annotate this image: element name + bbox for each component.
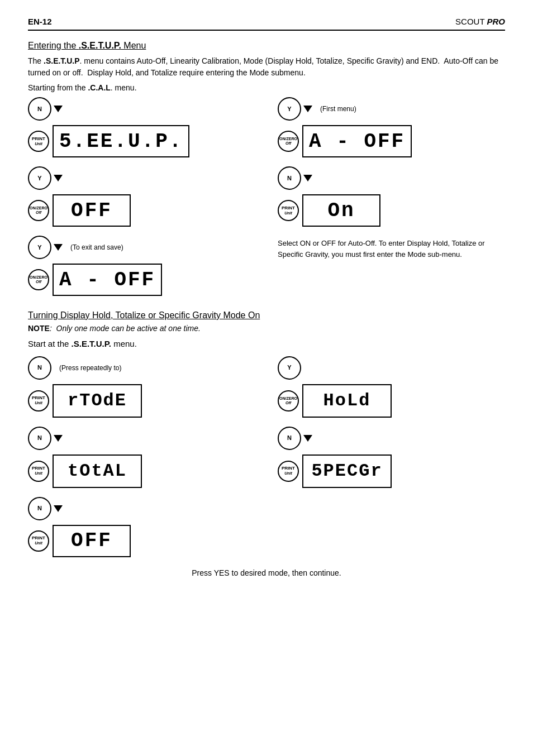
arrow-down-4: [303, 175, 312, 181]
step-y-hold: Y: [278, 356, 505, 380]
btn-n-3[interactable]: N: [28, 356, 51, 380]
step-print-mode: PRINT Unit rTOdE: [28, 384, 255, 418]
step-n-mode: N (Press repeatedly to): [28, 356, 255, 380]
page-header: EN-12 SCOUT PRO: [28, 17, 505, 31]
display-on: On: [302, 194, 380, 227]
col-off2: N PRINT Unit OFF: [28, 497, 255, 562]
display-hold: HoLd: [302, 384, 392, 418]
col-total: N PRINT Unit tOtAL: [28, 427, 255, 492]
display-aoff2: A - OFF: [53, 264, 162, 296]
arrow-down-7: [303, 435, 312, 442]
btn-onzero-3[interactable]: ON/ZERO Off: [28, 269, 49, 290]
display-mode: rTOdE: [53, 384, 142, 418]
col-right-aoff1: Y (First menu) ON/ZERO Off A - OFF: [278, 97, 505, 162]
step-n-total: N: [28, 427, 255, 450]
col-right-on: N PRINT Unit On: [278, 166, 505, 231]
step-n-on: N: [278, 166, 505, 190]
product-name: SCOUT PRO: [455, 17, 505, 26]
press-note: (Press repeatedly to): [59, 364, 121, 372]
arrow-down-5: [54, 244, 63, 251]
btn-n-5[interactable]: N: [278, 427, 301, 450]
btn-onzero-1[interactable]: ON/ZERO Off: [278, 131, 299, 152]
section-setup: Entering the .S.E.T.U.P. Menu The .S.E.T…: [28, 41, 505, 300]
row2: Y ON/ZERO Off OFF N: [28, 166, 505, 231]
btn-print-6[interactable]: PRINT Unit: [28, 530, 49, 552]
arrow-down-2: [303, 106, 312, 112]
step-onzero-aoff2: ON/ZERO Off A - OFF: [28, 264, 255, 296]
col-mode: N (Press repeatedly to) PRINT Unit rTOdE: [28, 356, 255, 422]
section-title: Entering the .S.E.T.U.P. Menu: [28, 41, 505, 51]
arrow-down-6: [54, 435, 63, 442]
arrow-down-8: [54, 505, 63, 512]
step-y-off: Y: [28, 166, 255, 190]
btn-print-4[interactable]: PRINT Unit: [28, 461, 49, 482]
section2-start: Start at the .S.E.T.U.P. menu.: [28, 338, 505, 351]
display-specgr: 5PECGr: [302, 454, 392, 488]
btn-onzero-2[interactable]: ON/ZERO Off: [28, 200, 49, 221]
step-y-exit: Y (To exit and save): [28, 236, 255, 259]
section2-note: NOTE: Only one mode can be active at one…: [28, 323, 505, 334]
step-print-total: PRINT Unit tOtAL: [28, 454, 255, 488]
row-off2: N PRINT Unit OFF: [28, 497, 505, 562]
n-btn-wrap: N: [28, 97, 63, 121]
display-aoff1: A - OFF: [302, 125, 412, 157]
section-para1: The .S.E.T.U.P. menu contains Auto-Off, …: [28, 55, 505, 79]
step-n-off2: N: [28, 497, 255, 520]
step-y-aoff: Y (First menu): [278, 97, 505, 121]
arrow-down-1: [54, 106, 63, 112]
display-setup: 5.EE.U.P.: [53, 125, 189, 157]
step-n-setup: N: [28, 97, 255, 121]
step-print-setup: PRINT Unit 5.EE.U.P.: [28, 125, 255, 157]
row-mode-hold: N (Press repeatedly to) PRINT Unit rTOdE…: [28, 356, 505, 422]
step-onzero-off: ON/ZERO Off OFF: [28, 194, 255, 227]
display-off: OFF: [53, 194, 131, 227]
col-specgr: N PRINT Unit 5PECGr: [278, 427, 505, 492]
row1-setup: N PRINT Unit 5.EE.U.P.: [28, 97, 505, 162]
step-print-off2: PRINT Unit OFF: [28, 525, 255, 557]
row-total-specgr: N PRINT Unit tOtAL N: [28, 427, 505, 492]
btn-y-4[interactable]: Y: [278, 356, 301, 380]
section2-title: Turning Display Hold, Totalize or Specif…: [28, 310, 505, 320]
btn-n-2[interactable]: N: [278, 166, 301, 190]
btn-y-3[interactable]: Y: [28, 236, 51, 259]
display-off2: OFF: [53, 525, 131, 557]
col-right-sidenote: Select ON or OFF for Auto-Off. To enter …: [278, 236, 505, 263]
side-note: Select ON or OFF for Auto-Off. To enter …: [278, 238, 505, 260]
step-print-on: PRINT Unit On: [278, 194, 505, 227]
arrow-down-3: [54, 175, 63, 181]
btn-y-1[interactable]: Y: [278, 97, 301, 121]
step-print-specgr: PRINT Unit 5PECGr: [278, 454, 505, 488]
btn-print-2[interactable]: PRINT Unit: [278, 200, 299, 221]
row3: Y (To exit and save) ON/ZERO Off A - OFF…: [28, 236, 505, 300]
page-number: EN-12: [28, 17, 52, 26]
step-onzero-hold: ON/ZERO Off HoLd: [278, 384, 505, 418]
step-n-specgr: N: [278, 427, 505, 450]
section-mode: Turning Display Hold, Totalize or Specif…: [28, 310, 505, 579]
btn-print-5[interactable]: PRINT Unit: [278, 461, 299, 482]
col-left-off: Y ON/ZERO Off OFF: [28, 166, 255, 231]
bottom-note: Press YES to desired mode, then continue…: [28, 567, 505, 579]
to-exit-note: (To exit and save): [70, 243, 123, 251]
display-total: tOtAL: [53, 454, 142, 488]
btn-n-4[interactable]: N: [28, 427, 51, 450]
btn-n-1[interactable]: N: [28, 97, 51, 121]
col-hold: Y ON/ZERO Off HoLd: [278, 356, 505, 422]
btn-onzero-4[interactable]: ON/ZERO Off: [278, 390, 299, 412]
first-menu-note: (First menu): [320, 105, 356, 113]
btn-n-6[interactable]: N: [28, 497, 51, 520]
step-onzero-aoff1: ON/ZERO Off A - OFF: [278, 125, 505, 157]
btn-print-3[interactable]: PRINT Unit: [28, 390, 49, 412]
btn-print-1[interactable]: PRINT Unit: [28, 131, 49, 152]
btn-y-2[interactable]: Y: [28, 166, 51, 190]
section-para2: Starting from the .C.A.L. menu.: [28, 82, 505, 94]
col-left-setup: N PRINT Unit 5.EE.U.P.: [28, 97, 255, 162]
col-left-exit: Y (To exit and save) ON/ZERO Off A - OFF: [28, 236, 255, 300]
